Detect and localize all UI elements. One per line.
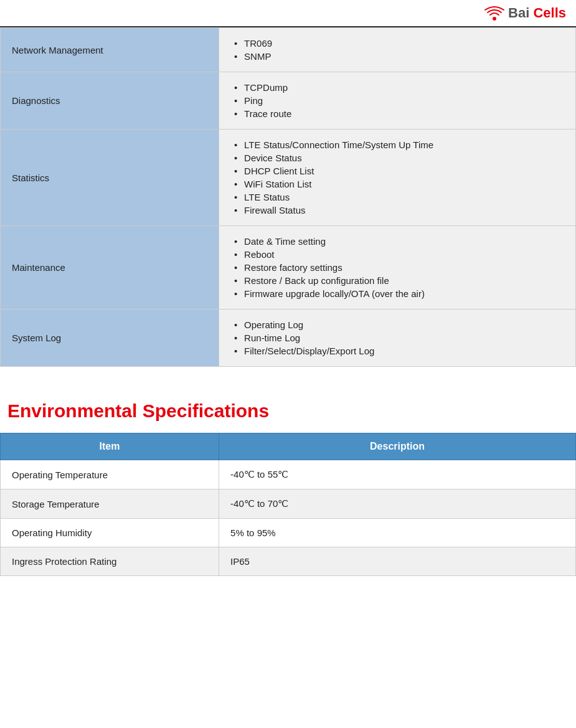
feature-label: Diagnostics — [1, 72, 219, 130]
env-item-description: -40℃ to 70℃ — [219, 489, 576, 519]
list-item: Firmware upgrade locally/OTA (over the a… — [230, 287, 564, 300]
feature-table: Network ManagementTR069SNMPDiagnosticsTC… — [0, 27, 576, 367]
list-item: Device Status — [230, 151, 564, 164]
list-item: Operating Log — [230, 318, 564, 331]
list-item: Restore factory settings — [230, 261, 564, 274]
list-item: Ping — [230, 94, 564, 107]
env-col-description: Description — [219, 433, 576, 460]
feature-content: TR069SNMP — [219, 28, 576, 72]
env-item-description: IP65 — [219, 547, 576, 576]
feature-row: MaintenanceDate & Time settingRebootRest… — [1, 226, 576, 310]
feature-label: Network Management — [1, 28, 219, 72]
feature-row: StatisticsLTE Status/Connection Time/Sys… — [1, 130, 576, 226]
list-item: LTE Status — [230, 191, 564, 204]
list-item: Firewall Status — [230, 204, 564, 217]
list-item: LTE Status/Connection Time/System Up Tim… — [230, 138, 564, 151]
env-row: Storage Temperature-40℃ to 70℃ — [1, 489, 576, 519]
env-row: Operating Temperature-40℃ to 55℃ — [1, 460, 576, 489]
list-item: SNMP — [230, 50, 564, 63]
list-item: Filter/Select/Display/Export Log — [230, 344, 564, 357]
logo-icon — [484, 6, 504, 24]
list-item: Date & Time setting — [230, 235, 564, 248]
logo-cells-text: Cells — [533, 5, 566, 21]
list-item: Run-time Log — [230, 331, 564, 344]
env-item-description: -40℃ to 55℃ — [219, 460, 576, 489]
feature-content: TCPDumpPingTrace route — [219, 72, 576, 130]
env-item-label: Ingress Protection Rating — [1, 547, 219, 576]
env-row: Operating Humidity5% to 95% — [1, 519, 576, 547]
env-item-label: Storage Temperature — [1, 489, 219, 519]
list-item: DHCP Client List — [230, 164, 564, 177]
logo: Bai Cells — [484, 5, 566, 24]
logo-bai-text: Bai — [508, 5, 533, 21]
feature-content: Operating LogRun-time LogFilter/Select/D… — [219, 310, 576, 367]
env-item-label: Operating Humidity — [1, 519, 219, 547]
list-item: Reboot — [230, 248, 564, 261]
feature-content: Date & Time settingRebootRestore factory… — [219, 226, 576, 310]
list-item: TCPDump — [230, 81, 564, 94]
list-item: WiFi Station List — [230, 177, 564, 191]
env-row: Ingress Protection RatingIP65 — [1, 547, 576, 576]
env-item-label: Operating Temperature — [1, 460, 219, 489]
env-col-item: Item — [1, 433, 219, 460]
feature-label: System Log — [1, 310, 219, 367]
list-item: TR069 — [230, 37, 564, 50]
env-item-description: 5% to 95% — [219, 519, 576, 547]
list-item: Restore / Back up configuration file — [230, 274, 564, 287]
feature-row: System LogOperating LogRun-time LogFilte… — [1, 310, 576, 367]
feature-row: DiagnosticsTCPDumpPingTrace route — [1, 72, 576, 130]
feature-label: Maintenance — [1, 226, 219, 310]
env-spec-table: Item Description Operating Temperature-4… — [0, 433, 576, 576]
svg-point-0 — [493, 17, 496, 21]
feature-content: LTE Status/Connection Time/System Up Tim… — [219, 130, 576, 226]
feature-row: Network ManagementTR069SNMP — [1, 28, 576, 72]
page-header: Bai Cells — [0, 0, 576, 27]
feature-label: Statistics — [1, 130, 219, 226]
list-item: Trace route — [230, 107, 564, 120]
env-section-heading: Environmental Specifications — [0, 385, 576, 433]
